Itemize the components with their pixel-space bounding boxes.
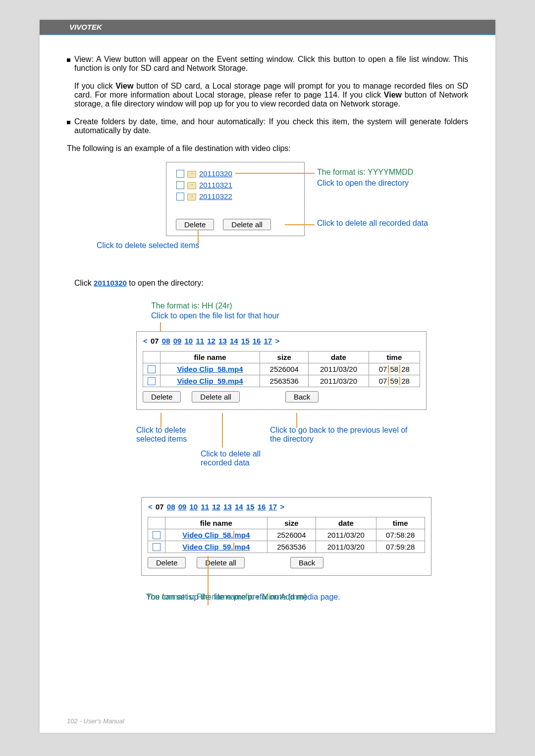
cell-date: 2011/03/20	[309, 363, 369, 375]
brand-header: VIVOTEK	[40, 20, 495, 34]
th-checkbox	[143, 352, 160, 363]
callout-delete-all: Click to delete all recorded data	[317, 219, 428, 228]
callout-format-filename: The format is: File name prefix + Minute…	[146, 593, 307, 602]
file-link[interactable]: Video Clip_58.mp4	[160, 363, 260, 375]
checkbox[interactable]	[176, 170, 184, 178]
hour-navigation: < 07 08 09 10 11 12 13 14 15 16 17 >	[148, 503, 425, 511]
cell-time: 075828	[369, 363, 420, 375]
hour-link[interactable]: 13	[223, 503, 232, 511]
bullet-icon	[67, 58, 70, 62]
folder-link-1[interactable]: 20110320	[199, 169, 232, 178]
hour-link[interactable]: 09	[178, 503, 187, 511]
prev-arrow[interactable]: <	[148, 503, 153, 511]
delete-all-button[interactable]: Delete all	[223, 219, 271, 230]
cell-size: 2526004	[267, 529, 316, 541]
back-button[interactable]: Back	[290, 557, 323, 568]
click-open-text: Click 20110320 to open the directory:	[74, 279, 468, 288]
cell-time: 07:58:28	[376, 529, 425, 541]
back-button[interactable]: Back	[285, 391, 319, 403]
hour-navigation: < 07 08 09 10 11 12 13 14 15 16 17 >	[143, 337, 420, 345]
create-folders-paragraph: Create folders by date, time, and hour a…	[74, 117, 468, 135]
following-example-text: The following is an example of a file de…	[67, 144, 468, 153]
th-filename: file name	[160, 352, 260, 363]
view-paragraph: View: A View button will appear on the E…	[74, 55, 468, 73]
callout-delete-selected: Click to delete selected items	[97, 241, 199, 250]
hour-link[interactable]: 10	[185, 337, 193, 345]
callout-format-hour: The format is: HH (24r)	[151, 302, 232, 310]
table-row: Video Clip_59.mp4 2563536 2011/03/20 07:…	[148, 541, 425, 553]
hour-link[interactable]: 12	[207, 337, 215, 345]
delete-button[interactable]: Delete	[148, 557, 186, 568]
checkbox[interactable]	[153, 543, 160, 551]
cell-date: 2011/03/20	[316, 541, 376, 553]
next-arrow[interactable]: >	[275, 337, 279, 345]
hour-link[interactable]: 14	[230, 337, 238, 345]
prev-arrow[interactable]: <	[143, 337, 148, 345]
checkbox[interactable]	[176, 181, 184, 189]
hour-link[interactable]: 15	[246, 503, 255, 511]
hour-link[interactable]: 08	[162, 337, 170, 345]
file-link[interactable]: Video Clip_59.mp4	[160, 375, 260, 387]
file-table: file name size date time Video Clip_58.m…	[148, 517, 425, 553]
th-filename: file name	[165, 517, 268, 529]
hour-link[interactable]: 16	[253, 337, 261, 345]
checkbox[interactable]	[153, 531, 160, 539]
file-link[interactable]: Video Clip_58.mp4	[165, 529, 268, 541]
cell-date: 2011/03/20	[309, 375, 369, 387]
hour-current: 07	[156, 503, 164, 511]
cell-size: 2563536	[260, 375, 309, 387]
hour-file-table-box-2: < 07 08 09 10 11 12 13 14 15 16 17 >	[141, 497, 431, 576]
callout-format-date: The format is: YYYYMMDD	[317, 168, 413, 177]
table-row: Video Clip_58.mp4 2526004 2011/03/20 075…	[143, 363, 420, 375]
delete-button[interactable]: Delete	[176, 219, 214, 230]
hour-link[interactable]: 12	[212, 503, 220, 511]
delete-button[interactable]: Delete	[143, 391, 181, 403]
checkbox[interactable]	[148, 365, 156, 373]
bullet-icon	[67, 121, 70, 124]
hour-link[interactable]: 09	[173, 337, 182, 345]
checkbox[interactable]	[176, 193, 184, 201]
hour-link[interactable]: 17	[269, 503, 277, 511]
cell-time: 07:59:28	[376, 541, 425, 553]
folder-link-3[interactable]: 20110322	[199, 192, 232, 201]
checkbox[interactable]	[148, 377, 156, 385]
file-link[interactable]: Video Clip_59.mp4	[165, 541, 268, 553]
folder-link-inline[interactable]: 20110320	[94, 279, 127, 287]
next-arrow[interactable]: >	[280, 503, 284, 511]
th-date: date	[316, 517, 376, 529]
hour-link[interactable]: 17	[264, 337, 272, 345]
hour-current: 07	[151, 337, 159, 345]
callout-open-directory: Click to open the directory	[317, 179, 409, 188]
hour-link[interactable]: 11	[196, 337, 204, 345]
table-row: Video Clip_58.mp4 2526004 2011/03/20 07:…	[148, 529, 425, 541]
folder-icon	[187, 170, 195, 177]
hour-link[interactable]: 08	[167, 503, 175, 511]
th-size: size	[267, 517, 316, 529]
table-row: Video Clip_59.mp4 2563536 2011/03/20 075…	[143, 375, 420, 387]
folder-icon	[187, 182, 195, 189]
page-footer: 102 - User's Manual	[67, 717, 124, 725]
hour-link[interactable]: 11	[201, 503, 209, 511]
delete-all-button[interactable]: Delete all	[192, 391, 240, 403]
callout-delete-all: Click to delete all recorded data	[201, 450, 290, 467]
callout-delete-selected: Click to delete selected items	[136, 426, 211, 444]
th-date: date	[309, 352, 369, 363]
cell-size: 2526004	[260, 363, 309, 375]
delete-all-button[interactable]: Delete all	[197, 557, 245, 568]
file-table: file name size date time Video Clip_58.m…	[143, 351, 420, 387]
hour-link[interactable]: 13	[218, 337, 227, 345]
hour-link[interactable]: 16	[258, 503, 266, 511]
hour-link[interactable]: 15	[241, 337, 250, 345]
hour-file-table-box: < 07 08 09 10 11 12 13 14 15 16 17 >	[136, 331, 427, 410]
cell-time: 075928	[369, 375, 420, 387]
folder-link-2[interactable]: 20110321	[199, 181, 232, 189]
view-paragraph-2: If you click View button of SD card, a L…	[74, 82, 468, 108]
th-checkbox	[148, 517, 165, 529]
cell-date: 2011/03/20	[316, 529, 376, 541]
cell-size: 2563536	[267, 541, 316, 553]
th-size: size	[260, 352, 309, 363]
callout-back: Click to go back to the previous level o…	[270, 426, 409, 444]
th-time: time	[369, 352, 420, 363]
hour-link[interactable]: 14	[235, 503, 243, 511]
hour-link[interactable]: 10	[190, 503, 198, 511]
